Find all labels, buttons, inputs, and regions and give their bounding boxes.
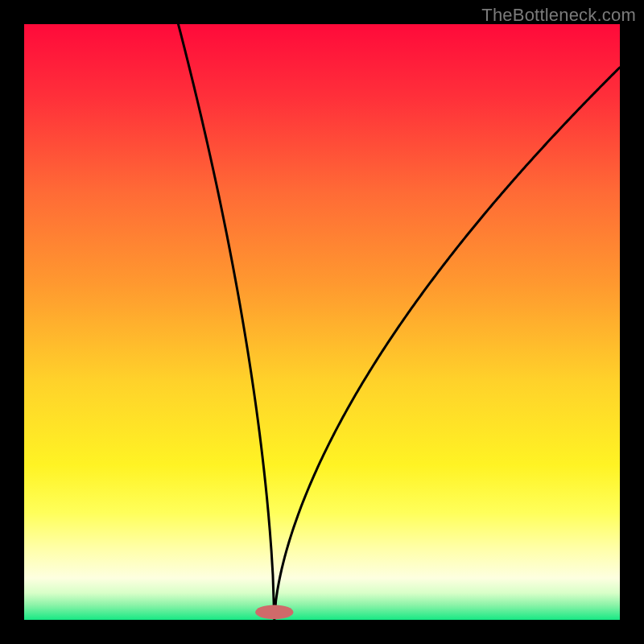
minimum-marker <box>255 605 293 620</box>
gradient-background <box>24 24 620 620</box>
plot-svg <box>24 24 620 620</box>
watermark-text: TheBottleneck.com <box>481 5 636 26</box>
chart-frame: TheBottleneck.com <box>0 0 644 644</box>
plot-area <box>24 24 620 620</box>
